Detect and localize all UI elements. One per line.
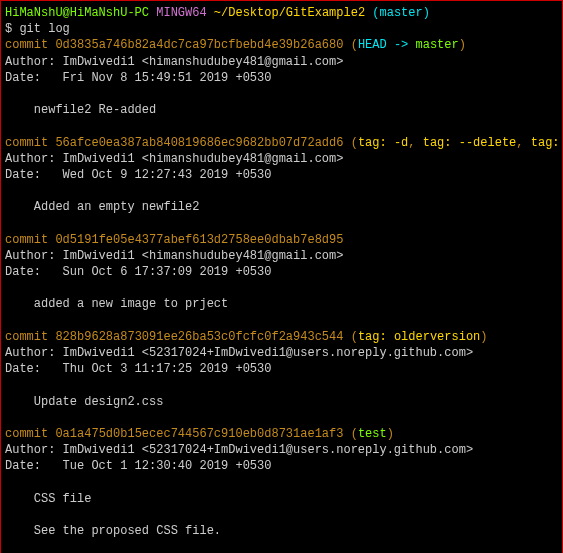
commit-sha: 828b9628a873091ee26ba53c0fcfc0f2a943c544: [55, 330, 343, 344]
refs-open: (: [351, 136, 358, 150]
refs-close: ): [387, 427, 394, 441]
date-line: Date: Wed Oct 9 12:27:43 2019 +0530: [5, 167, 558, 183]
author-line: Author: ImDwivedi1 <himanshudubey481@gma…: [5, 248, 558, 264]
commit-line: commit 0d5191fe05e4377abef613d2758ee0dba…: [5, 232, 558, 248]
prompt-branch: (master): [372, 6, 430, 20]
head-ref: HEAD ->: [358, 38, 416, 52]
commit-sha: 0a1a475d0b15ecec744567c910eb0d8731ae1af3: [55, 427, 343, 441]
tag-ref: tag: -d: [358, 136, 408, 150]
date-line: Date: Thu Oct 3 11:17:25 2019 +0530: [5, 361, 558, 377]
prompt-path: ~/Desktop/GitExample2: [214, 6, 365, 20]
commit-message: added a new image to prject: [5, 296, 558, 312]
master-ref: master: [415, 38, 458, 52]
commit-sha: 0d5191fe05e4377abef613d2758ee0dbab7e8d95: [55, 233, 343, 247]
commit-message: Update design2.css: [5, 394, 558, 410]
date-line: Date: Tue Oct 1 12:30:40 2019 +0530: [5, 458, 558, 474]
tag-ref: tag: --delete: [423, 136, 517, 150]
author-line: Author: ImDwivedi1 <52317024+ImDwivedi1@…: [5, 345, 558, 361]
refs-open: (: [351, 330, 358, 344]
commit-sha: 56afce0ea387ab840819686ec9682bb07d72add6: [55, 136, 343, 150]
refs-close: ): [480, 330, 487, 344]
tag-ref: tag: olderversion: [358, 330, 480, 344]
refs-open: (: [351, 427, 358, 441]
commit-line: commit 828b9628a873091ee26ba53c0fcfc0f2a…: [5, 329, 558, 345]
refs-close: ): [459, 38, 466, 52]
commit-sha: 0d3835a746b82a4dc7ca97bcfbebd4e39b26a680: [55, 38, 343, 52]
author-line: Author: ImDwivedi1 <52317024+ImDwivedi1@…: [5, 442, 558, 458]
command-input[interactable]: $ git log: [5, 21, 558, 37]
prompt-user: HiMaNshU@HiMaNshU-PC: [5, 6, 149, 20]
branch-ref: test: [358, 427, 387, 441]
author-line: Author: ImDwivedi1 <himanshudubey481@gma…: [5, 54, 558, 70]
date-line: Date: Sun Oct 6 17:37:09 2019 +0530: [5, 264, 558, 280]
prompt-system: MINGW64: [156, 6, 206, 20]
commit-line: commit 56afce0ea387ab840819686ec9682bb07…: [5, 135, 558, 151]
tag-ref: tag: --d: [531, 136, 563, 150]
author-line: Author: ImDwivedi1 <himanshudubey481@gma…: [5, 151, 558, 167]
commit-line: commit 0d3835a746b82a4dc7ca97bcfbebd4e39…: [5, 37, 558, 53]
refs-open: (: [351, 38, 358, 52]
commit-message: newfile2 Re-added: [5, 102, 558, 118]
commit-message: See the proposed CSS file.: [5, 523, 558, 539]
commit-message: CSS file: [5, 491, 558, 507]
prompt-line: HiMaNshU@HiMaNshU-PC MINGW64 ~/Desktop/G…: [5, 5, 558, 21]
commit-line: commit 0a1a475d0b15ecec744567c910eb0d873…: [5, 426, 558, 442]
date-line: Date: Fri Nov 8 15:49:51 2019 +0530: [5, 70, 558, 86]
commit-message: Added an empty newfile2: [5, 199, 558, 215]
